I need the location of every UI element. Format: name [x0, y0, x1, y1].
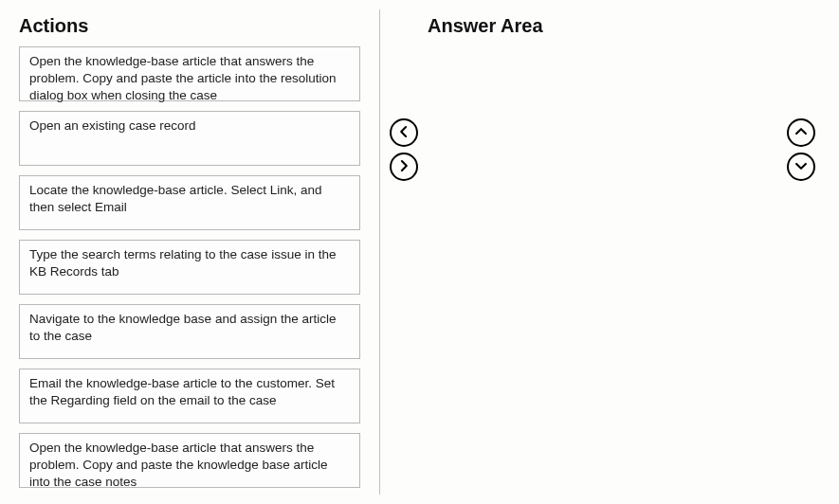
answer-column: Answer Area — [428, 9, 782, 495]
vertical-divider — [379, 9, 380, 495]
action-item[interactable]: Open the knowledge-base article that ans… — [19, 433, 360, 488]
drag-drop-container: Actions Open the knowledge-base article … — [0, 0, 839, 504]
action-item-label: Open the knowledge-base article that ans… — [29, 53, 350, 105]
action-item[interactable]: Open an existing case record — [19, 111, 360, 166]
action-item-label: Email the knowledge-base article to the … — [29, 375, 350, 409]
action-item-label: Open the knowledge-base article that ans… — [29, 440, 350, 492]
action-item[interactable]: Open the knowledge-base article that ans… — [19, 46, 360, 101]
action-item[interactable]: Locate the knowledge-base article. Selec… — [19, 175, 360, 230]
answer-heading: Answer Area — [428, 9, 782, 46]
answer-drop-area[interactable] — [428, 46, 782, 495]
chevron-left-icon — [397, 125, 410, 141]
actions-column: Actions Open the knowledge-base article … — [19, 9, 360, 495]
move-right-button[interactable] — [390, 153, 418, 181]
move-down-button[interactable] — [787, 153, 815, 181]
action-item-label: Navigate to the knowledge base and assig… — [29, 311, 350, 345]
actions-heading: Actions — [19, 9, 360, 46]
action-item-label: Locate the knowledge-base article. Selec… — [29, 182, 350, 216]
move-up-button[interactable] — [787, 118, 815, 147]
action-item[interactable]: Navigate to the knowledge base and assig… — [19, 304, 360, 359]
chevron-down-icon — [794, 159, 808, 175]
action-item-label: Type the search terms relating to the ca… — [29, 246, 350, 280]
move-left-button[interactable] — [390, 118, 418, 147]
move-controls-vertical — [782, 9, 820, 495]
action-item-label: Open an existing case record — [29, 117, 196, 135]
chevron-up-icon — [794, 125, 808, 141]
action-item[interactable]: Type the search terms relating to the ca… — [19, 240, 360, 295]
chevron-right-icon — [397, 159, 410, 175]
move-controls-horizontal — [390, 9, 428, 495]
action-item[interactable]: Email the knowledge-base article to the … — [19, 369, 360, 423]
